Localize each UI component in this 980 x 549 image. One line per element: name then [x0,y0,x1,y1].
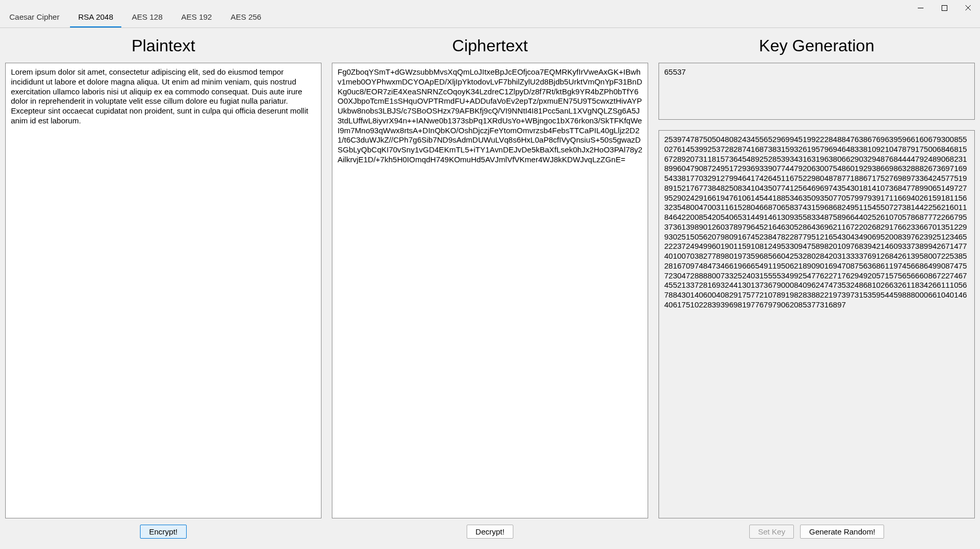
tab-aes-192[interactable]: AES 192 [173,7,220,27]
close-icon[interactable] [956,0,980,16]
tab-aes-128[interactable]: AES 128 [123,7,171,27]
svg-rect-1 [942,5,947,10]
window-controls [908,0,980,16]
generate-random-button[interactable]: Generate Random! [800,525,884,539]
set-key-button[interactable]: Set Key [749,525,794,539]
plaintext-button-row: Encrypt! [5,518,321,543]
public-exponent-field[interactable]: 65537 [659,63,975,120]
modulus-field[interactable]: 2539747875050480824345565296994519922284… [659,130,975,518]
ciphertext-button-row: Decrypt! [332,518,648,543]
keygen-column: Key Generation 65537 2539747875050480824… [659,33,975,543]
decrypt-button[interactable]: Decrypt! [467,525,513,539]
ciphertext-heading: Ciphertext [332,36,648,55]
encrypt-button[interactable]: Encrypt! [140,525,186,539]
tab-rsa-2048[interactable]: RSA 2048 [70,7,122,27]
plaintext-input[interactable]: Lorem ipsum dolor sit amet, consectetur … [5,63,321,518]
keygen-heading: Key Generation [659,36,975,55]
tab-caesar-cipher[interactable]: Caesar Cipher [1,7,68,27]
minimize-icon[interactable] [908,0,932,16]
tab-aes-256[interactable]: AES 256 [222,7,270,27]
tab-bar: Caesar Cipher RSA 2048 AES 128 AES 192 A… [0,0,980,28]
keygen-button-row: Set Key Generate Random! [659,518,975,543]
main-columns: Plaintext Lorem ipsum dolor sit amet, co… [0,28,980,543]
maximize-icon[interactable] [932,0,956,16]
ciphertext-output[interactable]: Fg0ZboqYSmT+dGWzsubbMvsXqQmLoJItxeBpJcEO… [332,63,648,518]
plaintext-column: Plaintext Lorem ipsum dolor sit amet, co… [5,33,321,543]
plaintext-heading: Plaintext [5,36,321,55]
ciphertext-column: Ciphertext Fg0ZboqYSmT+dGWzsubbMvsXqQmLo… [332,33,648,543]
